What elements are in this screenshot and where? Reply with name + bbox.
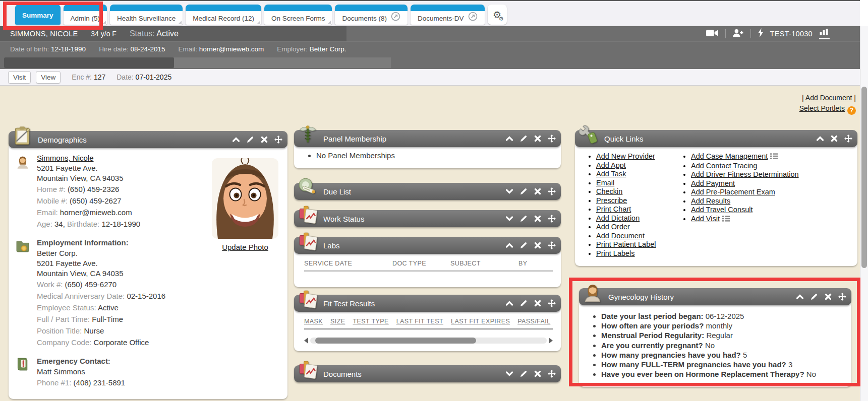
close-icon[interactable] [534, 135, 542, 143]
header-scrollbar-thumb[interactable] [4, 57, 174, 68]
column-header[interactable]: DOC TYPE [392, 260, 450, 267]
column-header[interactable]: LAST FIT EXPIRES [451, 318, 510, 325]
scroll-left-arrow[interactable] [304, 338, 308, 344]
edit-icon[interactable] [519, 135, 528, 143]
list-icon[interactable] [770, 153, 778, 162]
collapse-icon[interactable] [505, 299, 513, 307]
encounter-number: Enc #: 127 [72, 73, 105, 81]
close-icon[interactable] [824, 293, 832, 301]
quick-link[interactable]: Print Patient Label [596, 240, 656, 248]
close-icon[interactable] [534, 299, 542, 307]
update-photo-link[interactable]: Update Photo [222, 243, 268, 251]
column-header[interactable]: TEST TYPE [353, 318, 388, 325]
quick-link[interactable]: Prescribe [596, 196, 627, 205]
popout-icon[interactable] [468, 12, 478, 23]
column-header[interactable]: LAST FIT TEST [396, 318, 443, 325]
quick-link[interactable]: Add Order [596, 223, 630, 231]
help-icon[interactable]: ? [847, 106, 856, 115]
edit-icon[interactable] [246, 136, 254, 144]
move-icon[interactable] [274, 136, 282, 144]
move-icon[interactable] [838, 293, 846, 301]
page-scrollbar[interactable] [860, 26, 868, 401]
edit-icon[interactable] [519, 299, 528, 307]
quick-link[interactable]: Add Pre-Placement Exam [691, 188, 775, 196]
move-icon[interactable] [548, 187, 556, 195]
quick-link[interactable]: Add Dictation [596, 214, 640, 222]
expand-icon[interactable] [505, 187, 513, 195]
column-header[interactable]: SIZE [330, 318, 345, 325]
page-scrollbar-thumb[interactable] [861, 87, 867, 268]
close-icon[interactable] [534, 187, 542, 195]
column-header[interactable]: BY [518, 260, 527, 267]
scroll-right-arrow[interactable] [549, 338, 553, 344]
edit-icon[interactable] [519, 187, 528, 195]
quick-link[interactable]: Checkin [596, 187, 622, 195]
quick-link[interactable]: Add Driver Fitness Determination [691, 170, 799, 178]
scrollbar-thumb[interactable] [315, 338, 476, 344]
move-icon[interactable] [548, 215, 556, 223]
add-person-icon[interactable] [732, 29, 744, 39]
close-icon[interactable] [260, 136, 268, 144]
collapse-icon[interactable] [796, 293, 804, 301]
tab-documents-dv[interactable]: Documents-DV [411, 5, 485, 25]
quick-link[interactable]: Print Labels [596, 249, 635, 257]
tab-summary[interactable]: Summary [15, 5, 61, 25]
tab-medical-record[interactable]: Medical Record (12) [186, 5, 261, 25]
view-button[interactable]: View [36, 71, 61, 84]
quick-link[interactable]: Add Visit [691, 215, 720, 223]
close-icon[interactable] [830, 135, 838, 143]
edit-icon[interactable] [519, 215, 528, 223]
quick-link[interactable]: Add Task [596, 170, 626, 178]
quick-link[interactable]: Add New Provider [596, 152, 655, 160]
video-camera-icon[interactable] [706, 29, 719, 39]
column-header[interactable]: SUBJECT [450, 260, 518, 267]
column-header[interactable]: SERVICE DATE [304, 260, 392, 267]
tab-on-screen-forms[interactable]: On Screen Forms [264, 5, 332, 25]
edit-icon[interactable] [519, 370, 528, 378]
tab-documents[interactable]: Documents (8) [335, 5, 408, 25]
quick-link[interactable]: Add Contact Tracing [691, 162, 757, 170]
tab-health-surveillance[interactable]: Health Surveillance [110, 5, 183, 25]
webchart-app: Summary Admin (5) Health Surveillance Me… [0, 0, 868, 401]
quick-link[interactable]: Add Travel Consult [691, 206, 753, 214]
collapse-icon[interactable] [232, 136, 240, 144]
add-document-link[interactable]: Add Document [805, 94, 852, 102]
expand-icon[interactable] [505, 370, 513, 378]
lightning-bolt-icon[interactable] [758, 28, 764, 39]
quick-link[interactable]: Add Appt [596, 161, 626, 169]
flowsheet-chart-icon[interactable] [819, 28, 830, 39]
close-icon[interactable] [534, 215, 542, 223]
quick-link[interactable]: Print Chart [596, 205, 631, 213]
visit-button[interactable]: Visit [8, 71, 31, 84]
quick-link[interactable]: Add Case Management [691, 152, 768, 160]
quick-link[interactable]: Add Results [691, 197, 730, 205]
edit-icon[interactable] [810, 293, 818, 301]
move-icon[interactable] [548, 299, 556, 307]
caduceus-icon [297, 124, 318, 145]
quick-link[interactable]: Email [596, 179, 614, 187]
expand-icon[interactable] [505, 215, 513, 223]
popout-icon[interactable] [391, 12, 400, 23]
portlet-panel-membership: Panel Membership No Panel Memberships [294, 130, 561, 168]
quick-link[interactable]: Add Document [596, 232, 645, 240]
tab-settings-button[interactable]: ⚙⚙ [488, 5, 507, 25]
collapse-icon[interactable] [505, 241, 513, 249]
portlet-title: Gynecology History [608, 293, 674, 301]
move-icon[interactable] [548, 241, 556, 249]
select-portlets-row: Select Portlets? [799, 103, 856, 115]
list-icon[interactable] [722, 215, 730, 224]
move-icon[interactable] [548, 135, 556, 143]
close-icon[interactable] [534, 370, 542, 378]
edit-icon[interactable] [519, 241, 528, 249]
tab-admin[interactable]: Admin (5) [64, 5, 107, 25]
select-portlets-link[interactable]: Select Portlets [799, 104, 845, 112]
move-icon[interactable] [548, 370, 556, 378]
move-icon[interactable] [844, 135, 852, 143]
patient-name-link[interactable]: Simmons, Nicole [37, 154, 94, 162]
column-header[interactable]: MASK [304, 318, 323, 325]
column-header[interactable]: PASS/FAIL [517, 318, 550, 325]
quick-link[interactable]: Add Payment [691, 179, 735, 187]
close-icon[interactable] [534, 241, 542, 249]
collapse-icon[interactable] [505, 135, 513, 143]
collapse-icon[interactable] [816, 135, 824, 143]
